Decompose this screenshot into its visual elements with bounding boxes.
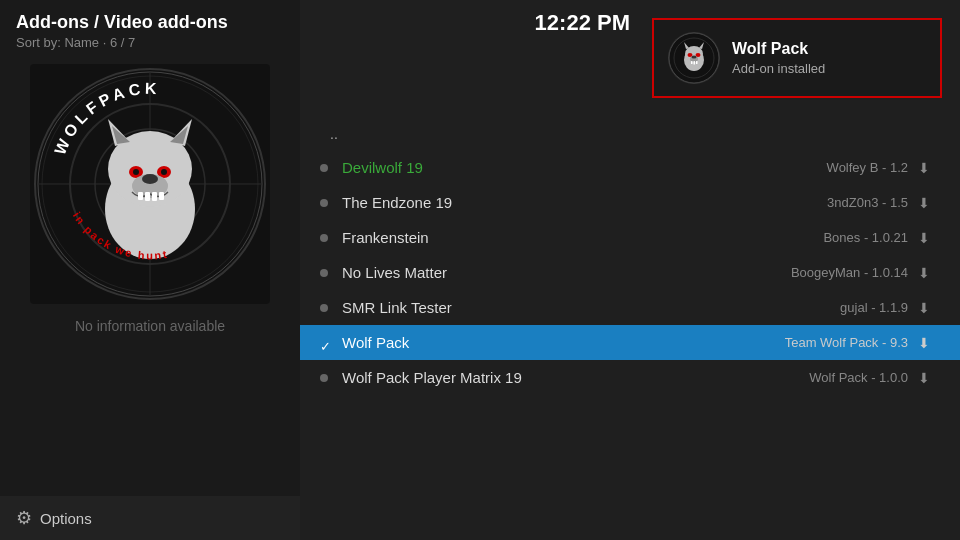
download-icon: ⬇ [918,335,930,351]
item-name: Wolf Pack Player Matrix 19 [342,369,809,386]
item-meta: BoogeyMan - 1.0.14 [791,265,908,280]
wolfpack-logo-svg: WOLFPACK in pack we hunt [30,64,270,304]
notif-logo-svg [668,32,720,84]
item-name: Frankenstein [342,229,823,246]
dotdot[interactable]: .. [300,120,960,150]
download-icon: ⬇ [918,160,930,176]
options-bar[interactable]: ⚙ Options [0,496,300,540]
svg-rect-36 [694,61,696,65]
header-section: Add-ons / Video add-ons Sort by: Name · … [0,0,300,54]
notification-title: Wolf Pack [732,40,825,58]
download-icon: ⬇ [918,300,930,316]
addon-image: WOLFPACK in pack we hunt [30,64,270,304]
options-label: Options [40,510,92,527]
svg-rect-21 [152,192,157,201]
item-name: Wolf Pack [342,334,785,351]
addon-list: Devilwolf 19Wolfey B - 1.2⬇The Endzone 1… [300,150,960,395]
list-item-endzone-19[interactable]: The Endzone 193ndZ0n3 - 1.5⬇ [300,185,960,220]
item-name: SMR Link Tester [342,299,840,316]
options-icon: ⚙ [16,507,32,529]
list-item-wolf-pack-player-matrix[interactable]: Wolf Pack Player Matrix 19Wolf Pack - 1.… [300,360,960,395]
no-info-text: No information available [75,318,225,334]
download-icon: ⬇ [918,230,930,246]
svg-point-15 [133,169,139,175]
bullet-icon [320,164,328,172]
checkmark-icon: ✓ [320,339,334,347]
right-panel: 12:22 PM Wolf Pack Add-on in [300,0,960,540]
download-icon: ⬇ [918,370,930,386]
item-name: No Lives Matter [342,264,791,281]
notification-text: Wolf Pack Add-on installed [732,40,825,76]
svg-rect-20 [145,192,150,201]
item-meta: Wolf Pack - 1.0.0 [809,370,908,385]
list-item-wolf-pack[interactable]: ✓Wolf PackTeam Wolf Pack - 9.3⬇ [300,325,960,360]
svg-rect-35 [691,61,693,64]
item-meta: 3ndZ0n3 - 1.5 [827,195,908,210]
svg-rect-37 [696,61,698,64]
item-meta: Team Wolf Pack - 9.3 [785,335,908,350]
item-name: Devilwolf 19 [342,159,827,176]
notification-subtitle: Add-on installed [732,61,825,76]
notification-icon [668,32,720,84]
item-meta: Wolfey B - 1.2 [827,160,908,175]
download-icon: ⬇ [918,195,930,211]
svg-rect-19 [138,192,143,200]
list-item-devilwolf-19[interactable]: Devilwolf 19Wolfey B - 1.2⬇ [300,150,960,185]
time-display: 12:22 PM [310,10,630,36]
list-item-frankenstein[interactable]: FrankensteinBones - 1.0.21⬇ [300,220,960,255]
list-area: .. Devilwolf 19Wolfey B - 1.2⬇The Endzon… [300,120,960,540]
list-item-no-lives-matter[interactable]: No Lives MatterBoogeyMan - 1.0.14⬇ [300,255,960,290]
item-name: The Endzone 19 [342,194,827,211]
left-panel: Add-ons / Video add-ons Sort by: Name · … [0,0,300,540]
notification-box: Wolf Pack Add-on installed [652,18,942,98]
bullet-icon [320,199,328,207]
svg-point-16 [161,169,167,175]
bullet-icon [320,304,328,312]
svg-point-18 [142,174,158,184]
list-item-smr-link-tester[interactable]: SMR Link Testergujal - 1.1.9⬇ [300,290,960,325]
breadcrumb: Add-ons / Video add-ons [16,12,284,33]
bullet-icon [320,374,328,382]
item-meta: Bones - 1.0.21 [823,230,908,245]
bullet-icon [320,269,328,277]
svg-point-34 [692,56,697,59]
item-meta: gujal - 1.1.9 [840,300,908,315]
bullet-icon [320,234,328,242]
svg-rect-22 [159,192,164,200]
download-icon: ⬇ [918,265,930,281]
sort-info: Sort by: Name · 6 / 7 [16,35,284,50]
